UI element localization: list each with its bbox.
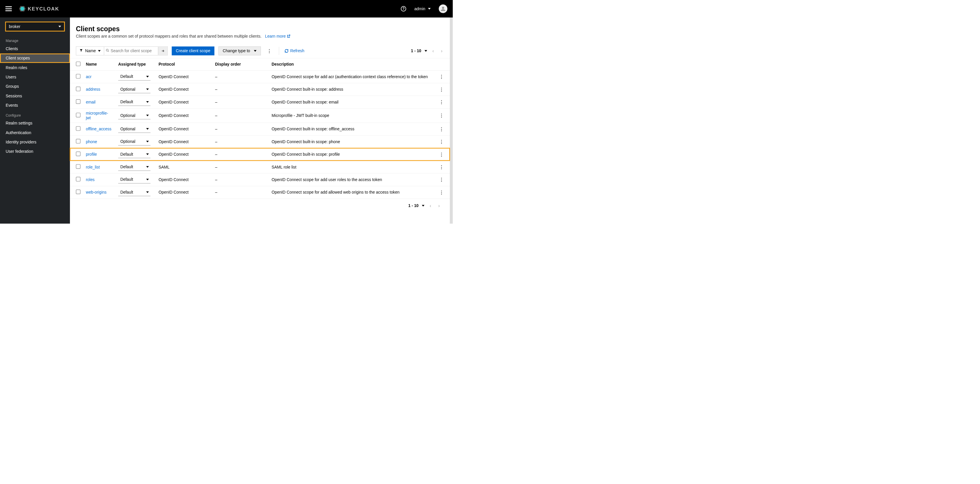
sidebar-item-events[interactable]: Events [0, 101, 70, 110]
col-header-display-order[interactable]: Display order [212, 58, 269, 70]
sidebar-item-realm-roles[interactable]: Realm roles [0, 63, 70, 72]
brand-logo[interactable]: KEYCLOAK [19, 5, 59, 13]
user-menu[interactable]: admin [414, 6, 431, 11]
scope-name-link[interactable]: address [86, 87, 100, 91]
description-cell: OpenID Connect built-in scope: email [269, 96, 434, 108]
row-checkbox[interactable] [76, 86, 81, 91]
assigned-type-select[interactable]: Optional [118, 86, 151, 93]
row-checkbox[interactable] [76, 99, 81, 104]
scope-name-link[interactable]: offline_access [86, 127, 111, 131]
protocol-cell: SAML [156, 161, 212, 173]
next-page-button[interactable]: › [439, 48, 444, 54]
row-kebab-icon[interactable]: ⋮ [437, 152, 446, 157]
row-checkbox[interactable] [76, 190, 81, 194]
assigned-type-select[interactable]: Default [118, 98, 151, 106]
keycloak-logo-icon [19, 5, 26, 13]
description-cell: OpenID Connect built-in scope: phone [269, 135, 434, 148]
refresh-button[interactable]: Refresh [285, 49, 304, 53]
scope-name-link[interactable]: microprofile-jwt [86, 111, 108, 120]
row-kebab-icon[interactable]: ⋮ [437, 190, 446, 195]
assigned-type-select[interactable]: Optional [118, 138, 151, 145]
protocol-cell: OpenID Connect [156, 70, 212, 83]
assigned-type-select[interactable]: Optional [118, 125, 151, 133]
next-page-button[interactable]: › [436, 203, 442, 208]
protocol-cell: OpenID Connect [156, 135, 212, 148]
page-range: 1 - 10 [411, 49, 421, 53]
sidebar-item-groups[interactable]: Groups [0, 81, 70, 91]
display-order-cell: – [212, 83, 269, 96]
sidebar-item-users[interactable]: Users [0, 72, 70, 81]
search-submit-button[interactable] [158, 47, 167, 55]
scope-name-link[interactable]: phone [86, 139, 97, 144]
row-kebab-icon[interactable]: ⋮ [437, 177, 446, 182]
hamburger-menu-icon[interactable] [5, 6, 12, 11]
help-icon[interactable]: ? [401, 6, 406, 11]
bottom-pager: 1 - 10 ‹ › [70, 199, 450, 212]
col-header-name[interactable]: Name [83, 58, 116, 70]
row-kebab-icon[interactable]: ⋮ [437, 100, 446, 105]
caret-down-icon[interactable] [425, 50, 427, 52]
caret-down-icon [146, 88, 149, 90]
caret-down-icon [146, 191, 149, 193]
scope-name-link[interactable]: acr [86, 74, 91, 79]
col-header-description[interactable]: Description [269, 58, 434, 70]
filter-dropdown[interactable]: Name [76, 46, 104, 55]
row-checkbox[interactable] [76, 126, 81, 131]
row-kebab-icon[interactable]: ⋮ [437, 74, 446, 79]
sidebar-item-client-scopes[interactable]: Client scopes [0, 53, 70, 63]
display-order-cell: – [212, 161, 269, 173]
realm-selected-label: broker [9, 24, 20, 29]
realm-selector[interactable]: broker [5, 22, 65, 32]
row-kebab-icon[interactable]: ⋮ [437, 87, 446, 92]
learn-more-link[interactable]: Learn more [265, 34, 291, 38]
col-header-protocol[interactable]: Protocol [156, 58, 212, 70]
row-kebab-icon[interactable]: ⋮ [437, 126, 446, 131]
scope-name-link[interactable]: email [86, 100, 95, 104]
assigned-type-select[interactable]: Default [118, 176, 151, 184]
row-checkbox[interactable] [76, 113, 81, 118]
select-all-checkbox[interactable] [76, 62, 81, 66]
caret-down-icon [146, 115, 149, 116]
row-checkbox[interactable] [76, 177, 81, 182]
top-bar: KEYCLOAK ? admin [0, 0, 453, 18]
prev-page-button[interactable]: ‹ [430, 48, 436, 54]
scope-name-link[interactable]: roles [86, 177, 95, 182]
row-kebab-icon[interactable]: ⋮ [437, 165, 446, 169]
scope-name-link[interactable]: web-origins [86, 190, 107, 195]
create-client-scope-button[interactable]: Create client scope [172, 46, 215, 55]
col-header-assigned-type[interactable]: Assigned type [115, 58, 156, 70]
assigned-type-select[interactable]: Default [118, 163, 151, 171]
assigned-type-select[interactable]: Optional [118, 112, 151, 119]
avatar[interactable] [439, 4, 447, 13]
description-cell: SAML role list [269, 161, 434, 173]
sidebar-item-sessions[interactable]: Sessions [0, 91, 70, 101]
row-checkbox[interactable] [76, 74, 81, 79]
toolbar-kebab-icon[interactable]: ⋮ [265, 48, 274, 54]
display-order-cell: – [212, 109, 269, 123]
change-type-dropdown[interactable]: Change type to [218, 46, 261, 55]
caret-down-icon[interactable] [422, 205, 425, 207]
search-input[interactable] [104, 47, 158, 55]
caret-down-icon [146, 153, 149, 155]
caret-down-icon [428, 8, 431, 10]
sidebar-item-authentication[interactable]: Authentication [0, 128, 70, 137]
client-scopes-table: Name Assigned type Protocol Display orde… [70, 58, 450, 199]
assigned-type-select[interactable]: Default [118, 188, 151, 196]
assigned-type-select[interactable]: Default [118, 73, 151, 80]
assigned-type-select[interactable]: Default [118, 150, 151, 158]
nav-section-label: Manage [0, 35, 70, 44]
sidebar-item-clients[interactable]: Clients [0, 44, 70, 53]
row-checkbox[interactable] [76, 139, 81, 144]
scope-name-link[interactable]: role_list [86, 165, 100, 169]
row-checkbox[interactable] [76, 164, 81, 169]
row-kebab-icon[interactable]: ⋮ [437, 139, 446, 144]
svg-point-3 [107, 49, 108, 51]
sidebar-item-identity-providers[interactable]: Identity providers [0, 137, 70, 147]
prev-page-button[interactable]: ‹ [428, 203, 433, 208]
table-row: role_listDefaultSAML–SAML role list⋮ [70, 161, 450, 173]
sidebar-item-user-federation[interactable]: User federation [0, 147, 70, 156]
sidebar-item-realm-settings[interactable]: Realm settings [0, 119, 70, 128]
row-checkbox[interactable] [76, 152, 81, 156]
row-kebab-icon[interactable]: ⋮ [437, 113, 446, 118]
scope-name-link[interactable]: profile [86, 152, 97, 156]
